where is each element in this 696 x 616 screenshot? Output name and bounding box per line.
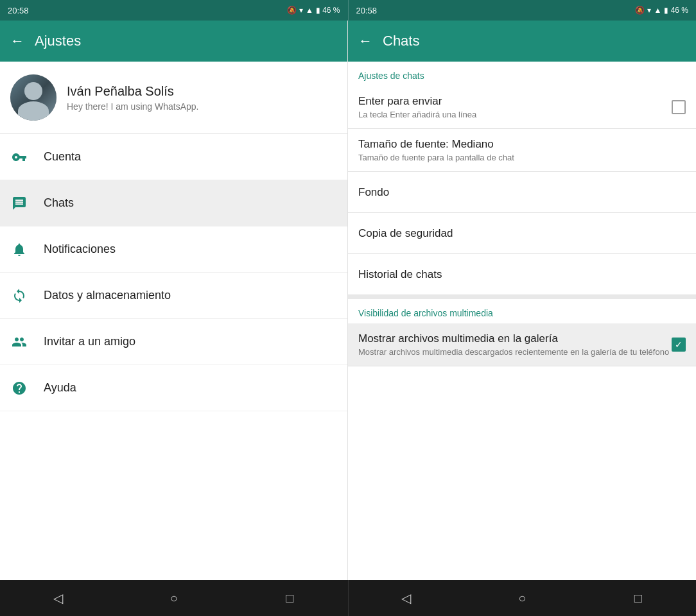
tamano-fuente-title: Tamaño de fuente: Mediano	[358, 138, 686, 151]
left-mute-icon: 🔕	[287, 6, 297, 15]
menu-item-invitar[interactable]: Invitar a un amigo	[0, 319, 347, 365]
fondo-title: Fondo	[358, 186, 686, 199]
menu-label-invitar: Invitar a un amigo	[44, 335, 135, 348]
left-home-nav-button[interactable]: ○	[161, 585, 187, 611]
main-content: ← Ajustes Iván Peñalba Solís Hey there! …	[0, 21, 696, 580]
status-bar: 20:58 🔕 ▾ ▲ ▮ 46 % 20:58 🔕 ▾ ▲ ▮ 46 %	[0, 0, 696, 21]
menu-label-chats: Chats	[44, 196, 74, 210]
right-status-bar: 20:58 🔕 ▾ ▲ ▮ 46 %	[349, 0, 697, 21]
menu-item-datos[interactable]: Datos y almacenamiento	[0, 273, 347, 319]
right-battery: ▮ 46 %	[664, 6, 688, 15]
historial-chats-text: Historial de chats	[358, 268, 686, 281]
right-recent-nav-button[interactable]: □	[625, 585, 651, 611]
historial-chats-title: Historial de chats	[358, 268, 686, 281]
settings-item-fondo[interactable]: Fondo	[348, 172, 696, 213]
left-back-button[interactable]: ←	[10, 33, 24, 49]
settings-item-copia-seguridad[interactable]: Copia de seguridad	[348, 213, 696, 254]
profile-info: Iván Peñalba Solís Hey there! I am using…	[67, 84, 198, 112]
people-icon	[10, 333, 28, 351]
right-toolbar-title: Chats	[383, 33, 419, 49]
left-toolbar: ← Ajustes	[0, 21, 347, 62]
right-signal-icon: ▲	[654, 6, 661, 15]
left-back-nav-button[interactable]: ◁	[45, 585, 71, 611]
chat-icon	[10, 194, 28, 212]
left-battery: ▮ 46 %	[316, 6, 340, 15]
left-panel: ← Ajustes Iván Peñalba Solís Hey there! …	[0, 21, 348, 580]
sync-icon	[10, 287, 28, 305]
menu-label-notificaciones: Notificaciones	[44, 243, 116, 256]
settings-item-tamano-fuente[interactable]: Tamaño de fuente: Mediano Tamaño de fuen…	[348, 129, 696, 172]
left-time: 20:58	[8, 6, 29, 15]
right-toolbar: ← Chats	[348, 21, 696, 62]
multimedia-section-header: Visibilidad de archivos multimedia	[348, 299, 696, 323]
left-status-icons: 🔕 ▾ ▲ ▮ 46 %	[287, 6, 340, 15]
tamano-fuente-subtitle: Tamaño de fuente para la pantalla de cha…	[358, 153, 686, 162]
menu-label-ayuda: Ayuda	[44, 381, 76, 395]
menu-label-cuenta: Cuenta	[44, 150, 81, 164]
fondo-text: Fondo	[358, 186, 686, 199]
mostrar-multimedia-title: Mostrar archivos multimedia en la galerí…	[358, 332, 672, 345]
enter-enviar-checkbox[interactable]	[672, 100, 686, 114]
settings-item-mostrar-multimedia[interactable]: Mostrar archivos multimedia en la galerí…	[348, 323, 696, 366]
key-icon	[10, 148, 28, 166]
copia-seguridad-title: Copia de seguridad	[358, 227, 686, 240]
bell-icon	[10, 241, 28, 259]
right-home-nav-button[interactable]: ○	[509, 585, 535, 611]
mostrar-multimedia-subtitle: Mostrar archivos multimedia descargados …	[358, 347, 672, 357]
profile-status: Hey there! I am using WhatsApp.	[67, 101, 198, 112]
profile-section[interactable]: Iván Peñalba Solís Hey there! I am using…	[0, 62, 347, 134]
left-signal-icon: ▲	[306, 6, 313, 15]
right-mute-icon: 🔕	[635, 6, 645, 15]
profile-name: Iván Peñalba Solís	[67, 84, 198, 99]
menu-item-notificaciones[interactable]: Notificaciones	[0, 227, 347, 273]
right-wifi-icon: ▾	[647, 6, 651, 15]
copia-seguridad-text: Copia de seguridad	[358, 227, 686, 240]
mostrar-multimedia-checkbox[interactable]: ✓	[672, 338, 686, 352]
enter-enviar-title: Enter para enviar	[358, 95, 672, 108]
settings-item-enter-enviar[interactable]: Enter para enviar La tecla Enter añadirá…	[348, 86, 696, 129]
enter-enviar-subtitle: La tecla Enter añadirá una línea	[358, 110, 672, 119]
left-nav-bar: ◁ ○ □	[0, 580, 349, 616]
nav-bar: ◁ ○ □ ◁ ○ □	[0, 580, 696, 616]
menu-label-datos: Datos y almacenamiento	[44, 289, 171, 302]
help-icon	[10, 379, 28, 397]
avatar-image	[10, 74, 57, 121]
enter-enviar-text: Enter para enviar La tecla Enter añadirá…	[358, 95, 672, 119]
left-wifi-icon: ▾	[299, 6, 303, 15]
right-back-button[interactable]: ←	[358, 33, 372, 49]
mostrar-multimedia-text: Mostrar archivos multimedia en la galerí…	[358, 332, 672, 357]
avatar	[10, 74, 57, 121]
chats-section-header: Ajustes de chats	[348, 62, 696, 86]
left-toolbar-title: Ajustes	[35, 33, 81, 49]
left-status-bar: 20:58 🔕 ▾ ▲ ▮ 46 %	[0, 0, 349, 21]
right-time: 20:58	[356, 6, 378, 15]
menu-item-chats[interactable]: Chats	[0, 180, 347, 227]
menu-item-ayuda[interactable]: Ayuda	[0, 365, 347, 411]
settings-item-historial-chats[interactable]: Historial de chats	[348, 254, 696, 295]
menu-list: Cuenta Chats Notificaciones	[0, 134, 347, 580]
menu-item-cuenta[interactable]: Cuenta	[0, 134, 347, 180]
right-nav-bar: ◁ ○ □	[349, 580, 697, 616]
tamano-fuente-text: Tamaño de fuente: Mediano Tamaño de fuen…	[358, 138, 686, 162]
right-back-nav-button[interactable]: ◁	[394, 585, 419, 611]
right-panel: ← Chats Ajustes de chats Enter para envi…	[348, 21, 696, 580]
right-status-icons: 🔕 ▾ ▲ ▮ 46 %	[635, 6, 688, 15]
left-recent-nav-button[interactable]: □	[277, 585, 302, 611]
